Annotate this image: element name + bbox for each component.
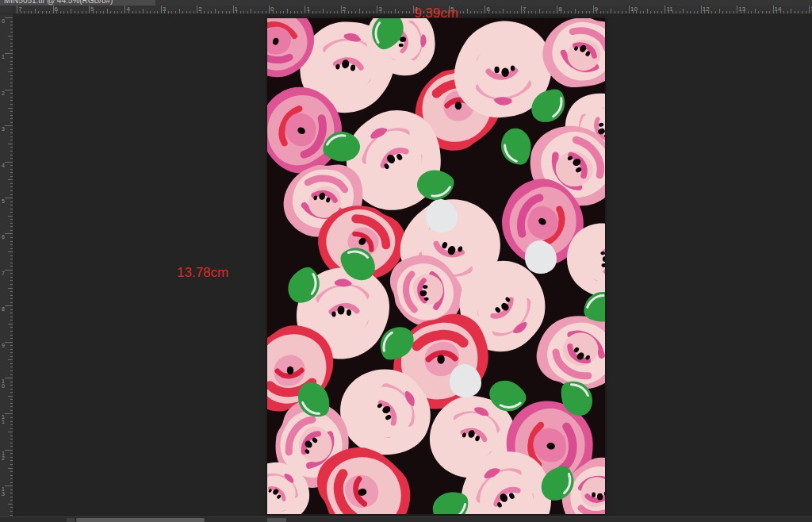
search-field[interactable] (76, 518, 205, 522)
document-tab-bar: MIN5051.tif @ 44.5%(RGB/8#) (0, 0, 812, 6)
app-icon[interactable] (67, 518, 75, 522)
document-tab-title: MIN5051.tif @ 44.5%(RGB/8#) (4, 0, 113, 5)
document-tab[interactable]: MIN5051.tif @ 44.5%(RGB/8#) (0, 0, 155, 6)
width-measurement-label: 9.39cm (414, 6, 458, 20)
horizontal-ruler[interactable]: 76543210123456789101112131415 (13, 6, 812, 14)
floral-pattern-image (267, 18, 605, 514)
photoshop-workspace: MIN5051.tif @ 44.5%(RGB/8#) 765432101234… (0, 0, 812, 522)
vertical-ruler[interactable]: 01234567891 01 11 21 3 (0, 14, 13, 516)
window-button[interactable] (267, 518, 286, 522)
document-canvas[interactable] (267, 18, 605, 514)
height-measurement-label: 13.78cm (177, 266, 228, 279)
bottom-bar (0, 516, 812, 522)
ruler-origin-corner[interactable] (0, 6, 13, 14)
